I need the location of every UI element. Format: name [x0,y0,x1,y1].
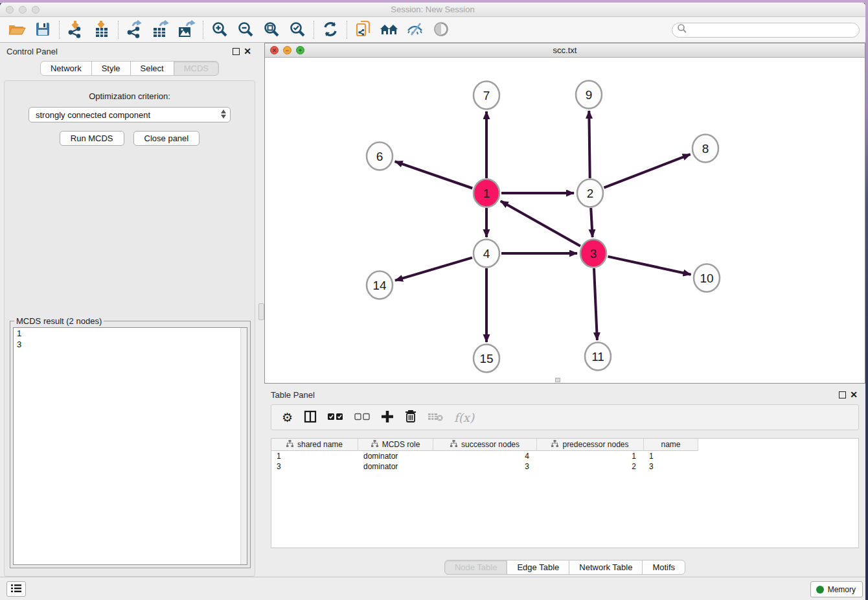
close-panel-button[interactable]: Close panel [133,131,200,146]
column-header-name[interactable]: name [644,439,698,451]
close-table-panel-icon[interactable]: ✕ [850,389,858,400]
close-panel-icon[interactable]: ✕ [244,46,251,56]
toolbar-separator [59,21,60,39]
panel-splitter-handle[interactable] [258,303,264,320]
zoom-fit-button[interactable] [258,19,284,40]
graph-edge-3-1[interactable] [501,201,580,246]
save-session-button[interactable] [30,19,56,40]
table-settings-button[interactable]: ⚙ [282,408,293,427]
import-network-button[interactable] [63,19,89,40]
unselect-all-columns-button[interactable] [354,408,370,427]
copy-documents-button[interactable] [350,19,376,40]
graph-node-10[interactable]: 10 [694,264,720,292]
graph-node-2[interactable]: 2 [577,179,603,207]
hierarchy-icon [286,440,293,449]
network-resize-grip[interactable] [555,378,560,382]
column-header-predecessor-nodes[interactable]: predecessor nodes [537,439,644,451]
float-table-panel-icon[interactable] [839,391,846,398]
float-panel-icon[interactable] [233,48,240,55]
graph-edge-4-14[interactable] [395,258,472,281]
graph-node-1[interactable]: 1 [474,179,499,207]
import-table-icon [94,20,109,40]
search-input[interactable] [687,24,859,36]
graph-node-15[interactable]: 15 [474,345,499,373]
zoom-selected-icon [289,21,306,40]
tab-node-table[interactable]: Node Table [444,560,508,575]
select-all-columns-button[interactable] [328,408,343,427]
result-scrollbar[interactable] [240,328,247,564]
delete-column-button[interactable] [405,408,417,427]
column-header-mcds-role[interactable]: MCDS role [358,439,433,451]
window-titlebar[interactable]: Session: New Session [0,3,865,17]
table-row[interactable]: 1 dominator 4 1 1 [271,451,858,461]
criterion-dropdown[interactable]: strongly connected component [29,107,231,122]
mcds-result-list[interactable]: 1 3 [13,327,247,565]
task-history-button[interactable] [6,581,26,597]
tab-mcds[interactable]: MCDS [174,61,219,76]
open-session-button[interactable] [4,19,30,40]
zoom-selected-button[interactable] [284,19,310,40]
tab-network-table[interactable]: Network Table [569,560,643,575]
network-graph-canvas[interactable]: 7968124314101511 [265,58,865,383]
graph-node-14[interactable]: 14 [367,271,393,299]
show-columns-button[interactable] [304,408,317,427]
table-row[interactable]: 3 dominator 3 2 3 [271,461,858,472]
node-table: shared name MCDS role successor nodes pr… [271,438,859,548]
hide-elements-button[interactable] [402,19,428,40]
zoom-fit-icon [263,21,280,40]
graph-node-label: 2 [587,187,594,200]
import-table-button[interactable] [89,19,115,40]
refresh-layout-button[interactable] [317,19,343,40]
graph-edge-1-6[interactable] [395,161,473,188]
show-elements-button[interactable] [428,19,454,40]
search-field[interactable] [672,23,860,38]
table-panel-title: Table Panel [271,390,315,400]
network-window-titlebar[interactable]: ✕ − + scc.txt [265,43,865,58]
graph-edge-2-8[interactable] [604,154,690,188]
graph-edge-2-3[interactable] [591,208,592,237]
graph-edge-3-10[interactable] [608,257,691,275]
graph-edge-2-9[interactable] [589,111,589,178]
columns-icon [304,410,317,425]
graph-edge-3-11[interactable] [594,268,597,340]
memory-button[interactable]: Memory [810,581,863,597]
home-neighbors-button[interactable] [376,19,402,40]
tab-edge-table[interactable]: Edge Table [507,560,569,575]
tab-network[interactable]: Network [40,61,92,76]
add-column-button[interactable] [381,408,394,427]
export-network-button[interactable] [122,19,148,40]
main-toolbar [0,17,865,43]
copy-documents-icon [355,20,372,40]
status-bar: Memory [0,577,865,600]
function-builder-button[interactable]: f(x) [454,408,474,427]
control-panel-tabs: Network Style Select MCDS [0,61,259,76]
graph-node-4[interactable]: 4 [474,240,499,268]
graph-node-11[interactable]: 11 [585,343,611,371]
graph-node-label: 6 [376,150,383,163]
graph-node-8[interactable]: 8 [692,135,718,163]
mcds-result-group: MCDS result (2 nodes) 1 3 [10,321,251,568]
export-image-button[interactable] [174,19,200,40]
hierarchy-icon [551,440,558,449]
zoom-in-button[interactable] [207,19,233,40]
tab-motifs[interactable]: Motifs [642,560,685,575]
graph-node-label: 9 [586,88,593,102]
toolbar-separator [118,21,119,39]
column-header-successor-nodes[interactable]: successor nodes [433,439,537,451]
tab-style[interactable]: Style [91,61,131,76]
tab-select[interactable]: Select [130,61,174,76]
export-table-button[interactable] [148,19,174,40]
optimization-criterion-label: Optimization criterion: [5,91,255,101]
gear-icon: ⚙ [282,410,293,424]
graph-node-7[interactable]: 7 [474,82,499,110]
graph-node-6[interactable]: 6 [367,143,393,170]
unchecked-boxes-icon [354,413,370,422]
memory-label: Memory [828,585,856,594]
graph-node-3[interactable]: 3 [580,240,606,268]
run-mcds-button[interactable]: Run MCDS [60,131,124,146]
graph-node-9[interactable]: 9 [576,81,602,109]
column-header-shared-name[interactable]: shared name [271,439,358,451]
delete-table-button[interactable] [428,408,443,427]
delete-table-icon [428,411,443,424]
zoom-out-button[interactable] [233,19,258,40]
